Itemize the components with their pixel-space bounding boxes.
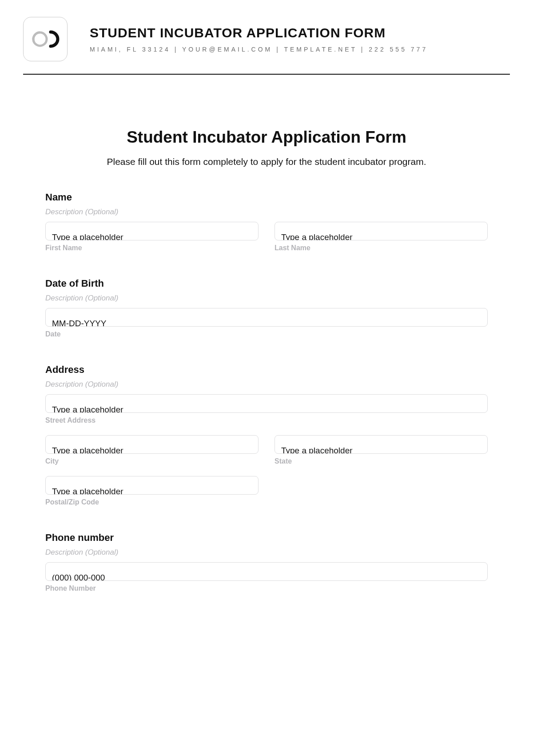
header-contact: MIAMI, FL 33124 | YOUR@EMAIL.COM | TEMPL… [90,46,428,53]
city-input[interactable]: Type a placeholder [45,435,259,454]
state-input[interactable]: Type a placeholder [274,435,488,454]
state-sublabel: State [274,457,488,465]
form-intro: Please fill out this form completely to … [45,156,488,167]
first-name-sublabel: First Name [45,244,259,252]
form-title: Student Incubator Application Form [45,128,488,147]
first-name-input[interactable]: Type a placeholder [45,222,259,240]
name-label: Name [45,192,488,203]
dob-desc: Description (Optional) [45,294,488,303]
section-name: Name Description (Optional) Type a place… [45,192,488,252]
name-desc: Description (Optional) [45,208,488,216]
postal-sublabel: Postal/Zip Code [45,498,259,506]
rings-icon [31,30,60,48]
address-label: Address [45,364,488,376]
section-address: Address Description (Optional) Type a pl… [45,364,488,506]
logo [23,17,68,61]
last-name-sublabel: Last Name [274,244,488,252]
section-phone: Phone number Description (Optional) (000… [45,532,488,592]
street-input[interactable]: Type a placeholder [45,394,488,413]
dob-sublabel: Date [45,330,488,338]
phone-sublabel: Phone Number [45,584,488,592]
dob-label: Date of Birth [45,278,488,289]
street-sublabel: Street Address [45,416,488,424]
city-sublabel: City [45,457,259,465]
phone-desc: Description (Optional) [45,548,488,557]
phone-label: Phone number [45,532,488,544]
page-header: STUDENT INCUBATOR APPLICATION FORM MIAMI… [23,17,510,61]
header-title: STUDENT INCUBATOR APPLICATION FORM [90,25,428,40]
dob-input[interactable]: MM-DD-YYYY [45,308,488,327]
address-desc: Description (Optional) [45,380,488,389]
last-name-input[interactable]: Type a placeholder [274,222,488,240]
header-divider [23,74,510,75]
phone-input[interactable]: (000) 000-000 [45,562,488,581]
section-dob: Date of Birth Description (Optional) MM-… [45,278,488,338]
postal-input[interactable]: Type a placeholder [45,476,259,495]
